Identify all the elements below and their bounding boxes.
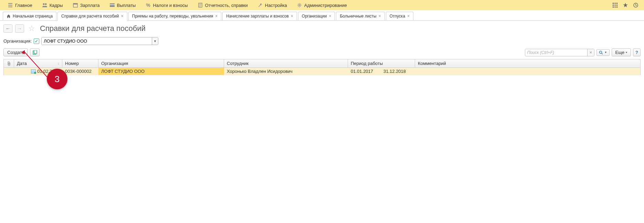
nav-back-button[interactable]: ← <box>3 24 12 33</box>
dropdown-icon[interactable]: ▼ <box>152 37 158 45</box>
cell-period-to: 31.12.2018 <box>381 68 415 75</box>
filter-row: Организация: ✓ ▼ <box>0 35 644 47</box>
close-icon[interactable]: × <box>379 14 381 19</box>
menu-label: Налоги и взносы <box>153 3 188 8</box>
menu-label: Администрирование <box>304 3 347 8</box>
col-period[interactable]: Период работы <box>348 59 415 67</box>
col-date[interactable]: Дата ↓ <box>14 59 62 67</box>
menu-reports[interactable]: Отчетность, справки <box>193 0 253 10</box>
col-number[interactable]: Номер <box>62 59 98 67</box>
top-menu-left: Главное Кадры Зарплата Выплаты % Налоги … <box>3 0 352 10</box>
tab-organizations[interactable]: Организации × <box>298 12 335 20</box>
menu-payments[interactable]: Выплаты <box>105 0 141 10</box>
svg-rect-14 <box>613 7 614 8</box>
menu-admin[interactable]: Администрирование <box>292 0 352 10</box>
menu-main[interactable]: Главное <box>3 0 37 10</box>
svg-point-0 <box>43 3 44 5</box>
cell-number: 003К-000002 <box>62 68 98 75</box>
chevron-down-icon: ▼ <box>604 51 607 54</box>
col-org[interactable]: Организация <box>98 59 224 67</box>
col-attachment[interactable] <box>4 59 14 67</box>
col-comment[interactable]: Комментарий <box>415 59 640 67</box>
svg-rect-9 <box>615 3 616 4</box>
tab-sickleave[interactable]: Больничные листы × <box>336 12 384 20</box>
menu-label: Зарплата <box>80 3 100 8</box>
search-input[interactable] <box>525 49 587 56</box>
close-icon[interactable]: × <box>407 14 410 19</box>
svg-rect-13 <box>616 5 617 6</box>
menu-salary[interactable]: Зарплата <box>68 0 105 10</box>
more-label: Еще <box>615 50 624 55</box>
search-box[interactable]: × <box>525 49 594 56</box>
svg-rect-8 <box>613 3 614 4</box>
gear-icon <box>297 2 302 8</box>
menu-taxes[interactable]: % Налоги и взносы <box>140 0 192 10</box>
menu-label: Отчетность, справки <box>205 3 248 8</box>
close-icon[interactable]: × <box>121 14 124 19</box>
tab-label: Приемы на работу, переводы, увольнения <box>132 14 213 19</box>
doc-icon <box>198 2 203 8</box>
table-row[interactable]: 01.02.2019 003К-000002 ЛОФТ СТУДИО ООО Х… <box>4 68 640 75</box>
cell-org: ЛОФТ СТУДИО ООО <box>98 68 224 75</box>
tab-home[interactable]: Начальная страница <box>3 12 56 20</box>
document-icon <box>31 69 36 74</box>
svg-point-7 <box>299 4 300 6</box>
svg-point-1 <box>45 3 46 5</box>
org-filter-checkbox[interactable]: ✓ <box>34 38 39 44</box>
menu-icon <box>8 2 13 8</box>
svg-rect-15 <box>615 7 616 8</box>
close-icon[interactable]: × <box>215 14 218 19</box>
close-icon[interactable]: × <box>329 14 331 19</box>
copy-button[interactable] <box>30 48 40 56</box>
menu-label: Настройка <box>265 3 287 8</box>
svg-rect-19 <box>34 50 37 54</box>
tab-hiring[interactable]: Приемы на работу, переводы, увольнения × <box>128 12 222 20</box>
svg-rect-3 <box>73 3 77 4</box>
page-title: Справки для расчета пособий <box>40 24 146 33</box>
org-input[interactable] <box>42 37 152 45</box>
tab-payroll[interactable]: Начисление зарплаты и взносов × <box>222 12 297 20</box>
tab-vacations[interactable]: Отпуска × <box>386 12 413 20</box>
svg-point-20 <box>599 51 602 53</box>
wrench-icon <box>257 2 263 8</box>
org-filter-label: Организация: <box>3 38 32 44</box>
menu-settings[interactable]: Настройка <box>253 0 292 10</box>
cell-comment <box>415 68 640 75</box>
more-button[interactable]: Еще ▾ <box>612 48 631 56</box>
tabs-row: Начальная страница Справки для расчета п… <box>0 10 644 21</box>
svg-rect-5 <box>110 4 115 5</box>
star-icon[interactable]: ★ <box>622 2 629 9</box>
cell-period-from: 01.01.2017 <box>348 68 381 75</box>
svg-rect-16 <box>616 7 617 8</box>
apps-icon[interactable] <box>612 2 619 9</box>
tab-label: Начисление зарплаты и взносов <box>226 14 289 19</box>
people-icon <box>42 2 47 8</box>
toolbar-right: × ▼ Еще ▾ ? <box>525 48 641 56</box>
tab-label: Справки для расчета пособий <box>61 14 119 19</box>
search-button[interactable]: ▼ <box>597 49 610 56</box>
calendar-icon <box>73 2 78 8</box>
org-combo[interactable]: ▼ <box>41 37 158 45</box>
col-employee[interactable]: Сотрудник <box>224 59 348 67</box>
tab-certificates[interactable]: Справки для расчета пособий × <box>57 12 127 21</box>
help-button[interactable]: ? <box>633 48 641 56</box>
close-icon[interactable]: × <box>291 14 293 19</box>
menu-hr[interactable]: Кадры <box>37 0 68 10</box>
tab-label: Больничные листы <box>340 14 376 19</box>
cell-employee: Хоронько Владлен Исидорович <box>224 68 348 75</box>
favorite-star-icon[interactable]: ☆ <box>28 24 35 33</box>
nav-forward-button[interactable]: → <box>15 24 24 33</box>
percent-icon: % <box>145 2 151 8</box>
sort-asc-icon: ↓ <box>57 62 59 65</box>
history-icon[interactable] <box>632 2 639 9</box>
menu-label: Главное <box>15 3 32 8</box>
clear-search-icon[interactable]: × <box>587 49 594 56</box>
home-icon <box>7 14 11 18</box>
svg-rect-10 <box>616 3 617 4</box>
data-table: Дата ↓ Номер Организация Сотрудник Перио… <box>3 59 641 75</box>
tab-label: Отпуска <box>390 14 405 19</box>
annotation-number: 3 <box>55 74 60 76</box>
svg-rect-12 <box>615 5 616 6</box>
menu-label: Кадры <box>50 3 63 8</box>
top-menu-right: ★ <box>612 2 641 9</box>
